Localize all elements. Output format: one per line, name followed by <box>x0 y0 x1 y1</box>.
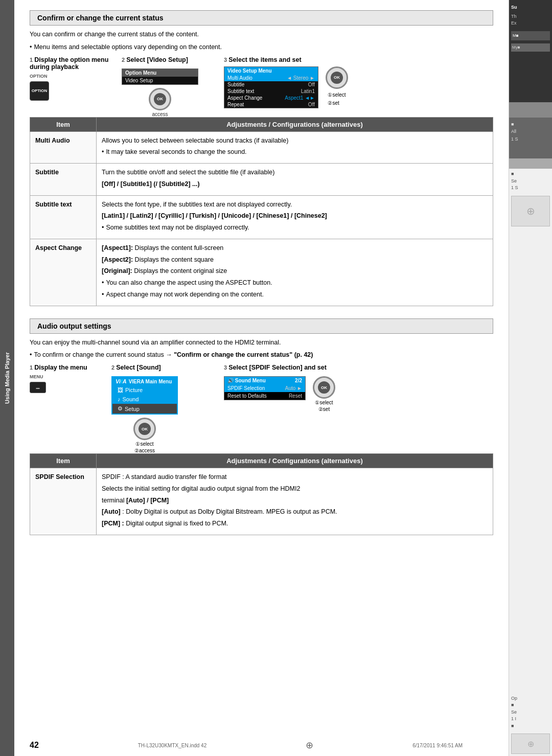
item-desc-subtitletext: Selects the font type, if the subtitles … <box>97 195 493 239</box>
ok-inner3: OK <box>331 72 343 84</box>
sidebar-tab: Using Media Player <box>0 0 14 756</box>
section1-table: Item Adjustments / Configurations (alter… <box>30 117 493 306</box>
sidebar-mid-content: ■ All 1 S <box>509 118 552 158</box>
select-label2-s2: ①select <box>315 400 333 405</box>
section2-step2-title: 2 Select [Sound] <box>111 364 161 371</box>
sidebar-tab-label: Using Media Player <box>4 352 10 404</box>
nav-circle-s2-step3[interactable]: OK <box>313 376 335 399</box>
option-menu-item: Video Setup <box>122 77 198 84</box>
main-content: Confirm or change the current status You… <box>14 0 509 756</box>
item-label-spdif: SPDIF Selection <box>30 468 97 535</box>
menu-button-icon[interactable]: ▬ <box>30 382 46 393</box>
table2-header-item: Item <box>30 454 97 468</box>
sidebar-top-content: Su Th Ex M■ My■ <box>509 0 552 102</box>
section2-header: Audio output settings <box>30 318 493 334</box>
section1-step2-title: 2 Select [Video Setup] <box>122 56 188 63</box>
access-text: access <box>152 111 168 117</box>
set-label: ②set <box>328 99 346 107</box>
option-menu-header: Option Menu <box>122 69 198 77</box>
video-menu-items: Multi Audio◄ Stereo ► SubtitleOff Subtit… <box>224 75 318 108</box>
menu-item-setup[interactable]: ⚙ Setup <box>112 404 177 414</box>
section1: Confirm or change the current status You… <box>30 10 493 306</box>
nav-circle-step2[interactable]: OK <box>149 88 171 110</box>
table-row: SPDIF Selection SPDIF : A standard audio… <box>30 468 493 535</box>
footer-left: TH-L32U30KMTX_EN.indd 42 <box>138 743 207 748</box>
item-label-aspect: Aspect Change <box>30 239 97 306</box>
section1-step1: 1 Display the option menu during playbac… <box>30 56 111 101</box>
section1-step1-title: 1 Display the option menu during playbac… <box>30 56 111 71</box>
item-desc-subtitle: Turn the subtitle on/off and select the … <box>97 164 493 196</box>
item-label-multiaudio: Multi Audio <box>30 131 97 164</box>
section2-intro1: You can enjoy the multi-channel sound vi… <box>30 338 493 348</box>
video-setup-menu: Video Setup Menu Multi Audio◄ Stereo ► S… <box>224 66 318 108</box>
sound-menu-header: 🔊 Sound Menu 2/2 <box>224 377 305 384</box>
select-set: ①select ②set <box>328 91 346 107</box>
section2-step3: 3 Select [SPDIF Selection] and set 🔊 Sou… <box>224 364 493 412</box>
section1-intro2: •Menu items and selectable options vary … <box>30 42 493 52</box>
option-button-icon[interactable]: OPTION <box>30 81 49 101</box>
item-desc-aspect: [Aspect1]: Displays the content full-scr… <box>97 239 493 306</box>
access-label-s2: ②access <box>134 448 155 453</box>
item-label-subtitle: Subtitle <box>30 164 97 196</box>
table-header-adj: Adjustments / Configurations (alternativ… <box>97 117 493 131</box>
section1-header: Confirm or change the current status <box>30 10 493 26</box>
select-label-s2: ①select <box>135 441 153 447</box>
section1-step3-title: 3 Select the items and set <box>224 56 302 63</box>
table2-header-adj: Adjustments / Configurations (alternativ… <box>97 454 493 468</box>
nav-circle-step3[interactable]: OK <box>326 66 348 89</box>
item-desc-multiaudio: Allows you to select between selectable … <box>97 131 493 164</box>
ok-inner-s2-3: OK <box>318 381 330 394</box>
section1-intro2-text: Menu items and selectable options vary d… <box>34 43 222 51</box>
menu-item-sound[interactable]: ♪ Sound <box>112 395 177 404</box>
select-label: ①select <box>328 91 346 99</box>
section2: Audio output settings You can enjoy the … <box>30 318 493 535</box>
ok-inner-s2: OK <box>139 423 151 435</box>
table-row: Multi Audio Allows you to select between… <box>30 131 493 164</box>
page-footer: 42 TH-L32U30KMTX_EN.indd 42 ⊕ 6/17/2011 … <box>30 740 463 751</box>
compass-icon: ⊕ <box>306 740 313 751</box>
table-row: Subtitle Turn the subtitle on/off and se… <box>30 164 493 196</box>
menu-label-text: MENU <box>30 374 43 379</box>
spdif-row: SPDIF SelectionAuto ► <box>224 384 305 392</box>
nav-circle-s2-step2[interactable]: OK <box>133 418 156 440</box>
table-header-item: Item <box>30 117 97 131</box>
section2-step2: 2 Select [Sound] VifA VIERA Main Menu 🖼 … <box>111 364 214 453</box>
sound-menu-box: 🔊 Sound Menu 2/2 SPDIF SelectionAuto ► R… <box>224 376 306 400</box>
section1-step3: 3 Select the items and set Video Setup M… <box>224 56 493 108</box>
menu-item-picture[interactable]: 🖼 Picture <box>112 385 177 395</box>
section1-intro1: You can confirm or change the current st… <box>30 30 493 39</box>
section2-step3-title: 3 Select [SPDIF Selection] and set <box>224 364 327 371</box>
main-menu-header: VifA VIERA Main Menu <box>112 377 177 385</box>
table-row: Subtitle text Selects the font type, if … <box>30 195 493 239</box>
table-row: Aspect Change [Aspect1]: Displays the co… <box>30 239 493 306</box>
section1-step2: 2 Select [Video Setup] Option Menu Video… <box>122 56 214 117</box>
section1-steps: 1 Display the option menu during playbac… <box>30 56 493 117</box>
footer-right: 6/17/2011 9:46:51 AM <box>412 743 463 748</box>
item-label-subtitletext: Subtitle text <box>30 195 97 239</box>
option-menu-box: Option Menu Video Setup <box>122 68 198 85</box>
section2-table: Item Adjustments / Configurations (alter… <box>30 453 493 535</box>
sound-menu-page: 2/2 <box>295 378 302 383</box>
ok-inner: OK <box>154 93 166 105</box>
section2-intro2: •To confirm or change the current sound … <box>30 350 493 360</box>
set-label2-s2: ②set <box>318 406 330 412</box>
option-label-text: OPTION <box>30 74 48 79</box>
item-desc-spdif: SPDIF : A standard audio transfer file f… <box>97 468 493 535</box>
right-sidebar: Su Th Ex M■ My■ ■ All 1 S ■ Se 1 S ⊕ Op … <box>509 0 552 756</box>
reset-row: Reset to DefaultsReset <box>224 392 305 400</box>
section2-steps: 1 Display the menu MENU ▬ 2 Select [Soun… <box>30 364 493 453</box>
page-number: 42 <box>30 741 39 750</box>
video-setup-menu-header: Video Setup Menu <box>224 67 318 75</box>
main-menu-box: VifA VIERA Main Menu 🖼 Picture ♪ Sound ⚙… <box>111 376 178 415</box>
section2-step1: 1 Display the menu MENU ▬ <box>30 364 101 393</box>
section2-step1-title: 1 Display the menu <box>30 364 87 371</box>
